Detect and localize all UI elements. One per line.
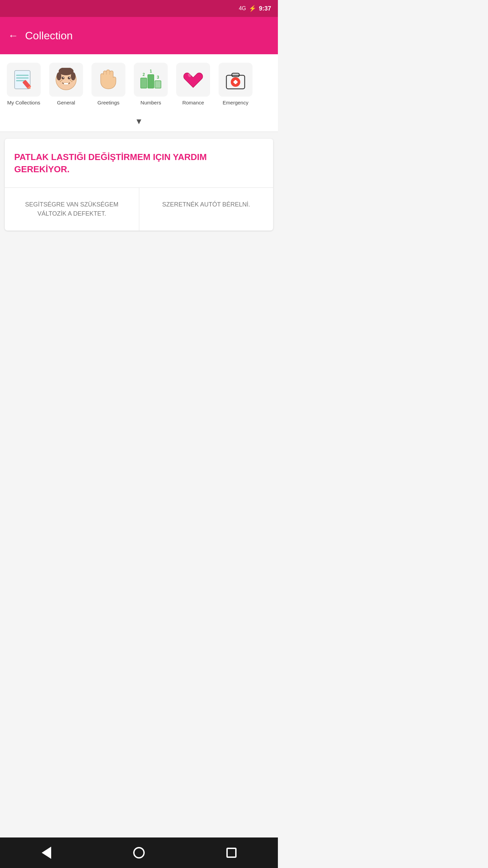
phrase-card: PATLAK LASTIĞI DEĞİŞTİRMEM IÇIN YARDIM G… [5,139,273,231]
svg-point-12 [63,77,64,78]
sidebar-item-greetings[interactable]: Greetings [88,61,129,108]
clock: 9:37 [259,5,271,12]
sidebar-item-my-collections[interactable]: My Collections [3,61,44,108]
status-bar: 4G ⚡ 9:37 [0,0,278,17]
expand-arrow[interactable]: ▼ [0,111,278,132]
sidebar-item-general[interactable]: General [46,61,86,108]
phrase-option-2[interactable]: SZERETNÉK AUTÓT BÉRELNİ. [139,188,273,231]
general-icon [54,68,78,92]
battery-icon: ⚡ [249,5,256,12]
greetings-icon-wrapper [92,63,125,97]
content-area: PATLAK LASTIĞI DEĞİŞTİRMEM IÇIN YARDIM G… [0,132,278,238]
svg-text:3: 3 [157,75,159,80]
greetings-label: Greetings [97,99,119,106]
emergency-icon-wrapper [219,63,252,97]
general-icon-wrapper [49,63,83,97]
svg-point-17 [71,81,73,82]
svg-point-13 [69,77,70,78]
recents-square-icon [226,848,237,858]
general-label: General [57,99,75,106]
svg-rect-21 [141,78,147,88]
numbers-icon: 2 1 3 [139,68,163,92]
svg-point-14 [61,80,62,81]
romance-icon [181,68,205,92]
back-triangle-icon [42,847,51,859]
romance-label: Romance [182,99,204,106]
my-collections-label: My Collections [7,99,40,106]
signal-icon: 4G [239,5,246,12]
sidebar-item-numbers[interactable]: 2 1 3 Numbers [130,61,171,108]
greetings-icon [97,68,120,92]
emergency-icon [224,68,247,92]
phrase-main: PATLAK LASTIĞI DEĞİŞTİRMEM IÇIN YARDIM G… [5,139,273,188]
category-scroll: My Collections [0,54,278,111]
back-button[interactable]: ← [8,30,18,41]
numbers-label: Numbers [141,99,161,106]
svg-point-16 [70,80,71,81]
svg-rect-32 [233,81,238,83]
sidebar-item-emergency[interactable]: Emergency [215,61,256,108]
svg-rect-18 [64,83,68,85]
svg-point-9 [71,72,76,80]
svg-point-8 [57,72,61,80]
phrase-main-text: PATLAK LASTIĞI DEĞİŞTİRMEM IÇIN YARDIM G… [14,152,207,174]
svg-rect-25 [155,81,161,88]
my-collections-icon [12,68,36,92]
bottom-nav [0,837,278,868]
phrase-options: SEGİTSÉGRE VAN SZÜKSÉGEM VÁLTOZİK A DEFE… [5,188,273,231]
nav-back-button[interactable] [36,843,57,863]
numbers-icon-wrapper: 2 1 3 [134,63,168,97]
romance-icon-wrapper [176,63,210,97]
svg-text:1: 1 [150,69,152,74]
svg-rect-23 [148,75,154,88]
svg-point-15 [60,81,61,82]
sidebar-item-romance[interactable]: Romance [173,61,214,108]
home-circle-icon [133,847,145,859]
phrase-option-1[interactable]: SEGİTSÉGRE VAN SZÜKSÉGEM VÁLTOZİK A DEFE… [5,188,139,231]
my-collections-icon-wrapper [7,63,41,97]
status-bar-right: 4G ⚡ 9:37 [239,5,271,12]
nav-home-button[interactable] [129,843,149,863]
svg-text:2: 2 [143,72,145,77]
emergency-label: Emergency [223,99,248,106]
nav-recents-button[interactable] [221,843,242,863]
chevron-down-icon[interactable]: ▼ [135,117,143,126]
app-bar: ← Collection [0,17,278,54]
page-title: Collection [25,29,73,42]
